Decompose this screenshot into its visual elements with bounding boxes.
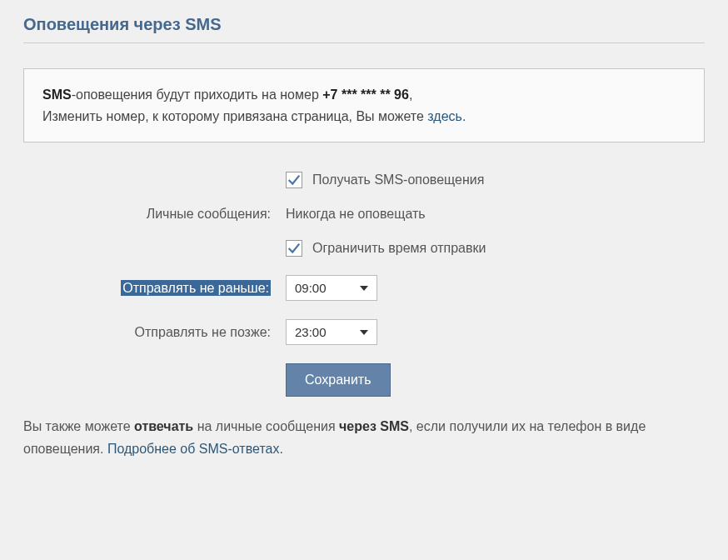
footer-text: Вы также можете отвечать на личные сообщ… — [23, 415, 705, 460]
section-title: Оповещения через SMS — [23, 15, 705, 43]
limit-time-label: Ограничить время отправки — [312, 241, 486, 256]
personal-messages-value[interactable]: Никогда не оповещать — [286, 207, 426, 222]
personal-messages-label: Личные сообщения: — [82, 207, 286, 222]
caret-down-icon — [360, 286, 368, 291]
send-after-select[interactable]: 09:00 — [286, 275, 377, 301]
send-after-label: Отправлять не раньше: — [121, 281, 271, 296]
info-box: SMS-оповещения будут приходить на номер … — [23, 68, 705, 142]
info-phone-number: +7 *** *** ** 96 — [322, 88, 409, 102]
send-before-value: 23:00 — [295, 325, 327, 339]
send-before-label: Отправлять не позже: — [82, 325, 286, 340]
limit-time-checkbox[interactable] — [286, 240, 302, 257]
caret-down-icon — [360, 330, 368, 335]
receive-sms-checkbox[interactable] — [286, 172, 302, 188]
info-text-2: Изменить номер, к которому привязана стр… — [42, 109, 427, 123]
receive-sms-label: Получать SMS-оповещения — [312, 172, 484, 188]
info-sms-prefix: SMS — [42, 88, 72, 102]
checkmark-icon — [287, 172, 302, 188]
sms-replies-link[interactable]: Подробнее об SMS-ответах. — [107, 442, 283, 456]
send-before-select[interactable]: 23:00 — [286, 319, 377, 345]
change-number-link[interactable]: здесь. — [427, 109, 466, 123]
footer-bold-sms: через SMS — [339, 419, 409, 433]
save-button[interactable]: Сохранить — [286, 363, 391, 397]
footer-bold-reply: отвечать — [134, 419, 193, 433]
send-after-value: 09:00 — [295, 281, 327, 295]
settings-form: Получать SMS-оповещения Личные сообщения… — [23, 172, 705, 397]
checkmark-icon — [287, 241, 302, 256]
info-text-1: -оповещения будут приходить на номер — [72, 88, 323, 102]
